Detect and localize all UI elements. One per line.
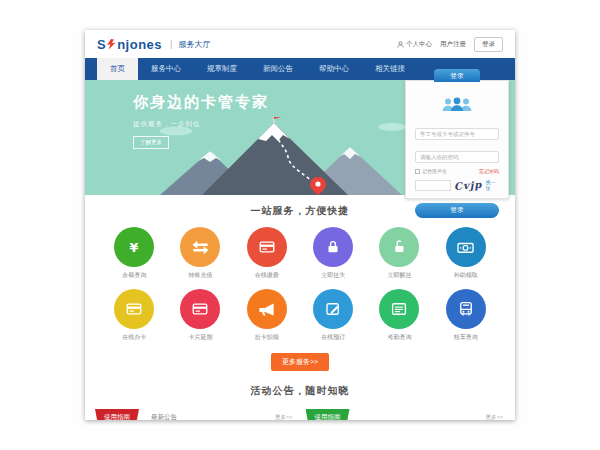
logo-text-right: njones	[117, 37, 162, 52]
announcements-left-panel: 使用指南 最新公告 更多>>	[95, 409, 295, 420]
services-grid: ¥ 余额查询 转账充值 在线缴费 立即挂失	[85, 218, 515, 342]
forgot-password-link[interactable]: 忘记密码	[479, 168, 499, 174]
transfer-icon	[180, 227, 220, 267]
page: S njones | 服务大厅 个人中心 用户注册 登录 首页 服务中心 规章制…	[85, 30, 515, 420]
logo[interactable]: S njones | 服务大厅	[97, 37, 210, 52]
login-panel: 登录 记住用户名 忘记密码 Cvjp 换一张 登录	[405, 80, 509, 199]
login-submit-button[interactable]: 登录	[415, 203, 499, 218]
user-register-label: 用户注册	[440, 40, 466, 49]
user-register-link[interactable]: 用户注册	[440, 40, 466, 49]
announcements-title: 活动公告，随时知晓	[85, 384, 515, 398]
personal-center-link[interactable]: 个人中心	[397, 40, 432, 49]
header-login-button[interactable]: 登录	[474, 37, 503, 52]
list-icon	[379, 289, 419, 329]
captcha-input[interactable]	[415, 180, 451, 191]
more-link-left[interactable]: 更多>>	[275, 414, 294, 421]
lock-icon	[313, 227, 353, 267]
unlock-icon	[379, 227, 419, 267]
service-item-unlock[interactable]: 立即解挂	[366, 227, 432, 280]
hero-title: 你身边的卡管专家	[133, 93, 269, 112]
service-item-booking[interactable]: 在线预订	[300, 289, 366, 342]
announcements-right-panel: 使用指南 更多>>	[306, 409, 506, 420]
nav-item-home[interactable]: 首页	[97, 58, 138, 80]
remember-label: 记住用户名	[422, 168, 447, 174]
personal-center-label: 个人中心	[406, 40, 432, 49]
remember-checkbox[interactable]	[415, 169, 420, 174]
card-icon	[114, 289, 154, 329]
username-input[interactable]	[415, 128, 499, 140]
logo-divider: |	[170, 39, 172, 49]
banknote-icon	[446, 227, 486, 267]
service-item-balance[interactable]: ¥ 余额查询	[101, 227, 167, 280]
service-item-lost-found[interactable]: 拾卡招领	[234, 289, 300, 342]
service-item-transfer[interactable]: 转账充值	[167, 227, 233, 280]
tab-usage-guide-right[interactable]: 使用指南	[306, 409, 350, 420]
service-item-report-loss[interactable]: 立即挂失	[300, 227, 366, 280]
svg-text:¥: ¥	[130, 240, 139, 255]
service-item-apply-card[interactable]: 在线办卡	[101, 289, 167, 342]
captcha-image[interactable]: Cvjp	[454, 179, 483, 192]
users-icon	[415, 97, 499, 116]
tab-usage-guide-left[interactable]: 使用指南	[95, 409, 139, 420]
user-icon	[397, 41, 404, 48]
service-item-card-extend[interactable]: 卡片延期	[167, 289, 233, 342]
service-item-attendance[interactable]: 考勤查询	[366, 289, 432, 342]
card-icon	[180, 289, 220, 329]
password-input[interactable]	[415, 151, 499, 163]
announcements-section: 活动公告，随时知晓 使用指南 最新公告 更多>> 使用指南 更多>>	[85, 371, 515, 420]
services-section: 一站服务，方便快捷 ¥ 余额查询 转账充值 在线缴费	[85, 195, 515, 371]
service-item-pay[interactable]: 在线缴费	[234, 227, 300, 280]
nav-item-service-center[interactable]: 服务中心	[138, 58, 194, 80]
card-icon	[247, 227, 287, 267]
more-services-button[interactable]: 更多服务>>	[271, 353, 329, 371]
nav-item-rules[interactable]: 规章制度	[194, 58, 250, 80]
logo-text-left: S	[97, 37, 106, 52]
yen-icon: ¥	[114, 227, 154, 267]
nav-item-help[interactable]: 帮助中心	[306, 58, 362, 80]
nav-item-news[interactable]: 新闻公告	[250, 58, 306, 80]
nav-item-links[interactable]: 相关链接	[362, 58, 418, 80]
site-name: 服务大厅	[178, 39, 210, 50]
hero-cta-button[interactable]: 了解更多	[133, 136, 169, 149]
more-link-right[interactable]: 更多>>	[486, 414, 505, 421]
service-item-subsidy[interactable]: 补助领取	[433, 227, 499, 280]
edit-icon	[313, 289, 353, 329]
megaphone-icon	[247, 289, 287, 329]
lightning-icon	[107, 39, 116, 50]
service-item-school-bus[interactable]: 校车查询	[433, 289, 499, 342]
top-header: S njones | 服务大厅 个人中心 用户注册 登录	[85, 30, 515, 58]
tab-latest-notices[interactable]: 最新公告	[151, 413, 177, 421]
login-tab[interactable]: 登录	[434, 69, 480, 82]
hero-subtitle: 提供服务，一步到位	[133, 120, 269, 129]
captcha-refresh-link[interactable]: 换一张	[485, 179, 499, 191]
bus-icon	[446, 289, 486, 329]
